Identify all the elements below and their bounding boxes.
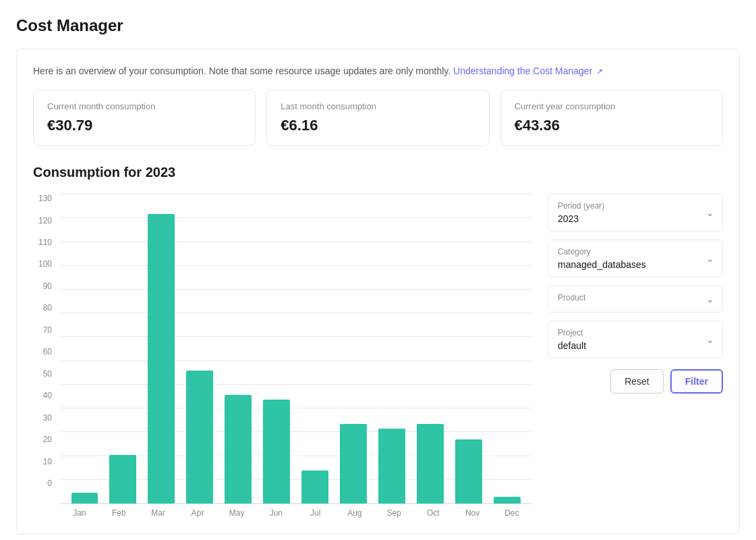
filters-panel: Period (year) 2023 ⌄ Category managed_da… — [548, 194, 723, 518]
y-label: 80 — [33, 303, 52, 313]
bar-6 — [301, 470, 328, 504]
y-label: 70 — [33, 325, 52, 335]
y-label: 120 — [33, 216, 52, 225]
bar-group-9[interactable] — [411, 194, 449, 504]
chart-inner: 0102030405060708090100110120130 — [33, 194, 531, 504]
project-chevron-icon: ⌄ — [706, 334, 714, 345]
y-label: 110 — [33, 238, 52, 247]
period-filter[interactable]: Period (year) 2023 ⌄ — [548, 194, 723, 232]
period-chevron-icon: ⌄ — [706, 207, 714, 218]
filter-actions: Reset Filter — [548, 369, 723, 394]
bar-10 — [455, 439, 482, 504]
bar-group-11[interactable] — [488, 194, 526, 504]
y-label: 30 — [33, 413, 52, 423]
project-value: default — [558, 340, 713, 351]
x-label-9: Oct — [413, 508, 453, 518]
bar-0 — [71, 493, 98, 504]
x-label-6: Jul — [296, 508, 335, 518]
category-label: Category — [558, 247, 713, 256]
main-card: Here is an overview of your consumption.… — [16, 49, 740, 535]
product-filter[interactable]: Product ⌄ — [548, 286, 723, 313]
y-label: 10 — [33, 457, 52, 466]
chart-container: 0102030405060708090100110120130 JanFebMa… — [33, 194, 531, 518]
bar-group-10[interactable] — [449, 194, 488, 504]
reset-button[interactable]: Reset — [610, 369, 664, 394]
chart-area: 0102030405060708090100110120130 JanFebMa… — [33, 194, 723, 518]
product-chevron-icon: ⌄ — [706, 294, 714, 304]
info-text: Here is an overview of your consumption.… — [33, 65, 450, 76]
y-label: 130 — [33, 194, 52, 203]
y-label: 100 — [33, 259, 52, 269]
x-label-4: May — [217, 508, 256, 518]
bar-11 — [494, 497, 521, 504]
bar-group-1[interactable] — [104, 194, 142, 504]
cons-card-value-1: €6.16 — [281, 117, 475, 134]
bar-7 — [340, 424, 367, 504]
y-label: 40 — [33, 391, 52, 400]
project-label: Project — [558, 328, 713, 338]
product-label: Product — [558, 293, 713, 302]
bar-group-5[interactable] — [258, 194, 296, 504]
page-title: Cost Manager — [16, 16, 740, 35]
x-label-0: Jan — [60, 508, 99, 518]
consumption-card-1: Last month consumption €6.16 — [266, 90, 489, 146]
bar-4 — [225, 395, 252, 504]
y-label: 90 — [33, 281, 52, 291]
external-link-icon: ↗ — [596, 67, 603, 76]
info-bar: Here is an overview of your consumption.… — [33, 65, 723, 76]
cons-card-label-1: Last month consumption — [281, 101, 475, 111]
bar-2 — [148, 214, 175, 504]
cons-card-label-2: Current year consumption — [515, 101, 709, 111]
x-label-5: Jun — [256, 508, 295, 518]
y-label: 50 — [33, 369, 52, 379]
understanding-link[interactable]: Understanding the Cost Manager ↗ — [453, 65, 603, 76]
x-label-10: Nov — [453, 508, 492, 518]
bar-group-0[interactable] — [65, 194, 104, 504]
category-filter[interactable]: Category managed_databases ⌄ — [548, 240, 723, 277]
consumption-card-0: Current month consumption €30.79 — [33, 90, 256, 146]
bar-group-6[interactable] — [296, 194, 335, 504]
x-label-7: Aug — [335, 508, 374, 518]
category-value: managed_databases — [558, 259, 713, 270]
y-label: 60 — [33, 347, 52, 356]
consumption-card-2: Current year consumption €43.36 — [500, 90, 723, 146]
cons-card-label-0: Current month consumption — [47, 101, 241, 111]
cons-card-value-0: €30.79 — [47, 117, 241, 134]
consumption-cards: Current month consumption €30.79 Last mo… — [33, 90, 723, 146]
bar-5 — [263, 400, 290, 504]
cons-card-value-2: €43.36 — [515, 117, 709, 134]
y-label: 0 — [33, 479, 52, 488]
x-label-8: Sep — [374, 508, 413, 518]
chart-plot — [60, 194, 531, 504]
bar-8 — [378, 429, 405, 504]
x-label-2: Mar — [139, 508, 178, 518]
x-label-1: Feb — [99, 508, 138, 518]
period-value: 2023 — [558, 213, 713, 224]
chart-title: Consumption for 2023 — [33, 165, 723, 180]
bar-group-4[interactable] — [219, 194, 258, 504]
bar-group-8[interactable] — [372, 194, 411, 504]
y-axis: 0102030405060708090100110120130 — [33, 194, 60, 504]
x-label-11: Dec — [492, 508, 531, 518]
bar-group-2[interactable] — [142, 194, 181, 504]
bars-row — [60, 194, 531, 504]
y-label: 20 — [33, 435, 52, 444]
bar-1 — [109, 455, 136, 504]
bar-9 — [417, 424, 444, 504]
filter-button[interactable]: Filter — [670, 369, 723, 394]
project-filter[interactable]: Project default ⌄ — [548, 321, 723, 358]
period-label: Period (year) — [558, 201, 713, 211]
x-axis: JanFebMarAprMayJunJulAugSepOctNovDec — [33, 508, 531, 518]
category-chevron-icon: ⌄ — [706, 253, 714, 264]
bar-group-7[interactable] — [334, 194, 372, 504]
bar-group-3[interactable] — [181, 194, 219, 504]
x-label-3: Apr — [178, 508, 217, 518]
bar-3 — [186, 371, 213, 504]
